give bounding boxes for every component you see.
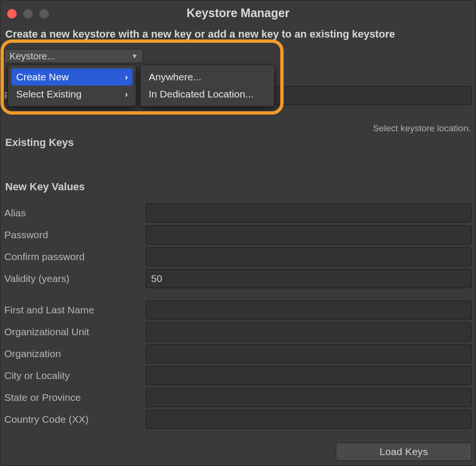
ou-field[interactable]: [146, 322, 472, 341]
org-field[interactable]: [146, 344, 472, 363]
menu-item-label: Create New: [16, 71, 69, 83]
close-icon[interactable]: [7, 9, 17, 19]
label-country: Country Code (XX): [4, 414, 146, 425]
row-country: Country Code (XX): [4, 410, 472, 429]
row-ou: Organizational Unit: [4, 322, 472, 341]
name-field[interactable]: [146, 301, 472, 320]
submenu-item-anywhere[interactable]: Anywhere...: [144, 68, 271, 86]
keystore-dropdown-label: Keystore...: [10, 51, 55, 62]
section-existing-keys: Existing Keys: [0, 134, 476, 152]
password-field[interactable]: [146, 225, 472, 244]
label-password: Password: [4, 229, 146, 241]
menu-item-select-existing[interactable]: Select Existing ›: [11, 86, 133, 103]
confirm-password-field[interactable]: [146, 247, 472, 266]
label-ou: Organizational Unit: [4, 326, 146, 338]
label-validity: Validity (years): [4, 273, 146, 284]
country-field[interactable]: [146, 410, 472, 429]
label-state: State or Province: [4, 392, 146, 403]
menu-item-create-new[interactable]: Create New ›: [11, 68, 133, 86]
alias-field[interactable]: [146, 204, 472, 223]
menu-item-label: Anywhere...: [149, 71, 201, 83]
keystore-dropdown[interactable]: Keystore... ▼: [4, 49, 143, 63]
row-alias: Alias: [4, 204, 472, 223]
keystore-menu: Create New › Select Existing ›: [8, 65, 136, 107]
row-city: City or Locality: [4, 366, 472, 385]
city-field[interactable]: [146, 366, 472, 385]
maximize-icon[interactable]: [39, 9, 49, 19]
window-controls: [7, 9, 49, 19]
row-name: First and Last Name: [4, 301, 472, 320]
chevron-right-icon: ›: [125, 89, 128, 99]
state-field[interactable]: [146, 388, 472, 407]
keystore-manager-window: Keystore Manager Create a new keystore w…: [0, 0, 476, 466]
row-validity: Validity (years): [4, 269, 472, 288]
row-state: State or Province: [4, 388, 472, 407]
row-confirm: Confirm password: [4, 247, 472, 266]
window-title: Keystore Manager: [187, 6, 290, 20]
section-new-key-values: New Key Values: [0, 178, 476, 196]
submenu-item-dedicated[interactable]: In Dedicated Location...: [144, 86, 271, 103]
chevron-right-icon: ›: [125, 72, 128, 82]
titlebar: Keystore Manager: [0, 0, 476, 25]
label-confirm: Confirm password: [4, 251, 146, 262]
keystore-submenu: Anywhere... In Dedicated Location...: [140, 65, 275, 107]
validity-field[interactable]: [146, 269, 472, 288]
menu-item-label: Select Existing: [16, 88, 82, 100]
location-hint: Select keystore location.: [0, 121, 476, 134]
label-alias: Alias: [4, 207, 146, 219]
label-org: Organization: [4, 348, 146, 359]
minimize-icon[interactable]: [23, 9, 33, 19]
load-keys-button[interactable]: Load Keys: [336, 443, 472, 461]
label-city: City or Locality: [4, 370, 146, 381]
chevron-down-icon: ▼: [131, 52, 138, 60]
menu-item-label: In Dedicated Location...: [149, 88, 254, 100]
load-keys-label: Load Keys: [380, 446, 428, 457]
label-name: First and Last Name: [4, 304, 146, 316]
row-org: Organization: [4, 344, 472, 363]
row-password: Password: [4, 225, 472, 244]
window-subtitle: Create a new keystore with a new key or …: [0, 25, 476, 43]
